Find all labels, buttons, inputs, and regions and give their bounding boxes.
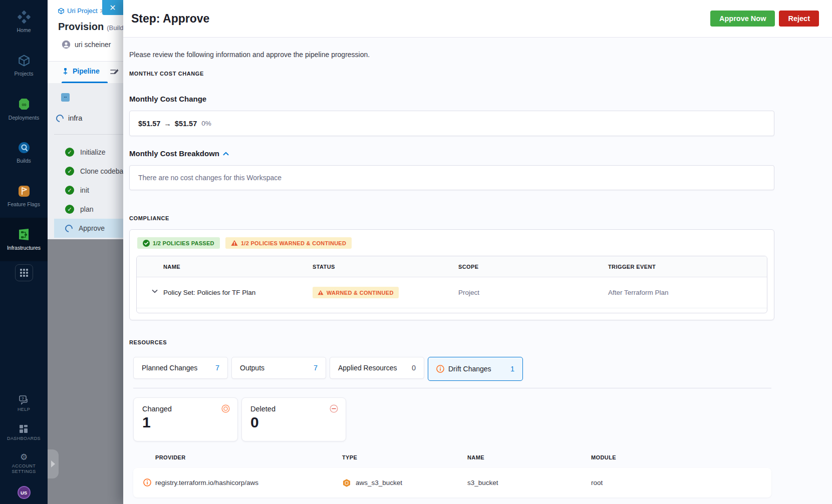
tab-applied-resources[interactable]: Applied Resources 0 bbox=[330, 357, 424, 379]
changed-icon bbox=[221, 404, 230, 413]
infrastructures-icon bbox=[17, 228, 31, 241]
running-spinner-icon bbox=[64, 223, 74, 233]
policies-passed-badge: 1/2 POLICIES PASSED bbox=[137, 237, 220, 249]
drift-table-header: PROVIDER TYPE NAME MODULE bbox=[133, 454, 771, 460]
cost-breakdown-toggle[interactable]: Monthly Cost Breakdown bbox=[129, 149, 832, 158]
home-icon bbox=[18, 11, 31, 24]
pipeline-canvas: .. infra ✓ Initialize ✓ Clone codeba ✓ i… bbox=[48, 83, 123, 239]
step-init[interactable]: ✓ init bbox=[54, 181, 123, 200]
compliance-card: 1/2 POLICIES PASSED 1/2 POLICIES WARNED … bbox=[129, 229, 774, 320]
success-check-icon: ✓ bbox=[65, 205, 74, 214]
feature-flags-icon bbox=[18, 185, 31, 198]
cost-breakdown-empty-card: There are no cost changes for this Works… bbox=[129, 165, 774, 190]
svg-text:?: ? bbox=[22, 396, 24, 401]
sidebar-item-label: Feature Flags bbox=[8, 201, 40, 207]
status-badge: WARNED & CONTINUED bbox=[313, 287, 399, 298]
section-label-resources: RESOURCES bbox=[129, 339, 832, 345]
step-approve[interactable]: Approve bbox=[54, 219, 123, 238]
policy-trigger-event: After Terraform Plan bbox=[608, 289, 767, 296]
sidebar-item-infrastructures[interactable]: Infrastructures bbox=[0, 218, 48, 261]
policy-scope: Project bbox=[458, 289, 608, 296]
cost-from: $51.57 bbox=[138, 120, 160, 128]
tab-execution-inputs[interactable] bbox=[110, 68, 119, 76]
arrow-right-icon: → bbox=[164, 120, 171, 128]
approve-now-button[interactable]: Approve Now bbox=[710, 11, 775, 27]
changed-count: 1 bbox=[142, 414, 230, 431]
section-label-monthly-cost: MONTHLY COST CHANGE bbox=[129, 71, 832, 77]
account-settings-label: ACCOUNT SETTINGS bbox=[12, 463, 36, 475]
pipeline-tabbar: Pipeline bbox=[48, 61, 123, 83]
sidebar-help[interactable]: ? HELP bbox=[18, 395, 30, 413]
success-check-icon: ✓ bbox=[65, 167, 74, 176]
drift-resource-row[interactable]: registry.terraform.io/hashicorp/aws aws_… bbox=[133, 468, 771, 497]
pipeline-icon bbox=[62, 68, 69, 75]
drawer-title: Step: Approve bbox=[131, 12, 209, 26]
check-circle-icon bbox=[143, 240, 150, 247]
dashboards-icon bbox=[19, 424, 29, 434]
approval-intro-text: Please review the following information … bbox=[129, 51, 832, 59]
step-initialize[interactable]: ✓ Initialize bbox=[54, 143, 123, 162]
sidebar-item-builds[interactable]: Builds bbox=[0, 131, 48, 174]
panel-expand-handle[interactable] bbox=[48, 449, 59, 478]
deployments-icon: ∞ bbox=[17, 97, 31, 111]
resource-name: s3_bucket bbox=[467, 479, 591, 486]
policy-table-header: NAME STATUS SCOPE TRIGGER EVENT bbox=[137, 256, 767, 277]
warning-triangle-icon bbox=[318, 290, 324, 295]
help-label: HELP bbox=[18, 407, 30, 413]
reject-button[interactable]: Reject bbox=[779, 11, 819, 27]
page-title: Provision(Build bbox=[58, 21, 123, 33]
tab-pipeline[interactable]: Pipeline bbox=[62, 67, 100, 75]
resources-divider bbox=[133, 388, 771, 388]
tab-planned-changes[interactable]: Planned Changes 7 bbox=[133, 357, 228, 379]
planned-changes-count: 7 bbox=[215, 364, 219, 372]
step-plan[interactable]: ✓ plan bbox=[54, 200, 123, 219]
module-selector-button[interactable] bbox=[15, 264, 33, 281]
running-spinner-icon bbox=[55, 113, 65, 123]
canvas-zoom-chip[interactable]: .. bbox=[61, 93, 70, 102]
sidebar-item-deployments[interactable]: ∞ Deployments bbox=[0, 87, 48, 131]
gear-icon: ⚙ bbox=[20, 453, 28, 461]
background-page: Uri Project > Pipeli ✕ Provision(Build u… bbox=[48, 0, 123, 504]
resource-module: root bbox=[591, 479, 771, 486]
sidebar-account-settings[interactable]: ⚙ ACCOUNT SETTINGS bbox=[12, 453, 36, 475]
close-icon[interactable]: ✕ bbox=[102, 0, 123, 15]
sidebar-item-label: Home bbox=[17, 27, 31, 33]
outputs-count: 7 bbox=[314, 364, 318, 372]
sidebar-dashboards[interactable]: DASHBOARDS bbox=[7, 424, 41, 442]
svg-text:∞: ∞ bbox=[22, 100, 26, 108]
step-clone-codebase[interactable]: ✓ Clone codeba bbox=[54, 162, 123, 181]
stage-infra[interactable]: infra bbox=[56, 114, 82, 122]
cost-to: $51.57 bbox=[175, 120, 197, 128]
tab-drift-changes[interactable]: Drift Changes 1 bbox=[428, 357, 523, 381]
chevron-right-icon bbox=[51, 460, 55, 467]
cost-percent: 0% bbox=[201, 120, 211, 127]
applied-resources-count: 0 bbox=[412, 364, 416, 372]
tab-outputs[interactable]: Outputs 7 bbox=[231, 357, 326, 379]
policy-sets-table: NAME STATUS SCOPE TRIGGER EVENT Policy S… bbox=[136, 256, 767, 313]
step-approve-drawer: Step: Approve Approve Now Reject Please … bbox=[123, 0, 832, 504]
warning-triangle-icon bbox=[231, 240, 238, 246]
sidebar-item-label: Builds bbox=[17, 158, 31, 164]
user-avatar[interactable]: US bbox=[18, 486, 31, 499]
section-label-compliance: COMPLIANCE bbox=[129, 215, 832, 221]
dashboards-label: DASHBOARDS bbox=[7, 436, 41, 442]
aws-provider-icon bbox=[342, 478, 351, 487]
chevron-down-icon[interactable] bbox=[152, 289, 158, 293]
app-root: Home Projects ∞ Deployments Builds Featu… bbox=[0, 0, 832, 504]
cost-change-card: $51.57 → $51.57 0% bbox=[129, 111, 774, 136]
resource-tabs: Planned Changes 7 Outputs 7 Applied Reso… bbox=[133, 357, 832, 381]
success-check-icon: ✓ bbox=[65, 186, 74, 195]
left-nav-sidebar: Home Projects ∞ Deployments Builds Featu… bbox=[0, 0, 48, 504]
breadcrumb-project-link[interactable]: Uri Project bbox=[67, 7, 98, 15]
resource-type: aws_s3_bucket bbox=[356, 479, 402, 486]
deleted-icon bbox=[330, 404, 338, 413]
sidebar-item-feature-flags[interactable]: Feature Flags bbox=[0, 174, 48, 218]
help-icon: ? bbox=[19, 395, 30, 405]
sidebar-item-projects[interactable]: Projects bbox=[0, 44, 48, 87]
policy-set-row[interactable]: Policy Set: Policies for TF Plan WARNED … bbox=[137, 277, 767, 308]
drawer-body: Please review the following information … bbox=[123, 38, 832, 504]
success-check-icon: ✓ bbox=[65, 148, 74, 157]
sidebar-item-home[interactable]: Home bbox=[0, 0, 48, 44]
sidebar-item-label: Infrastructures bbox=[7, 245, 41, 251]
changed-stat-card: Changed 1 bbox=[133, 397, 238, 441]
